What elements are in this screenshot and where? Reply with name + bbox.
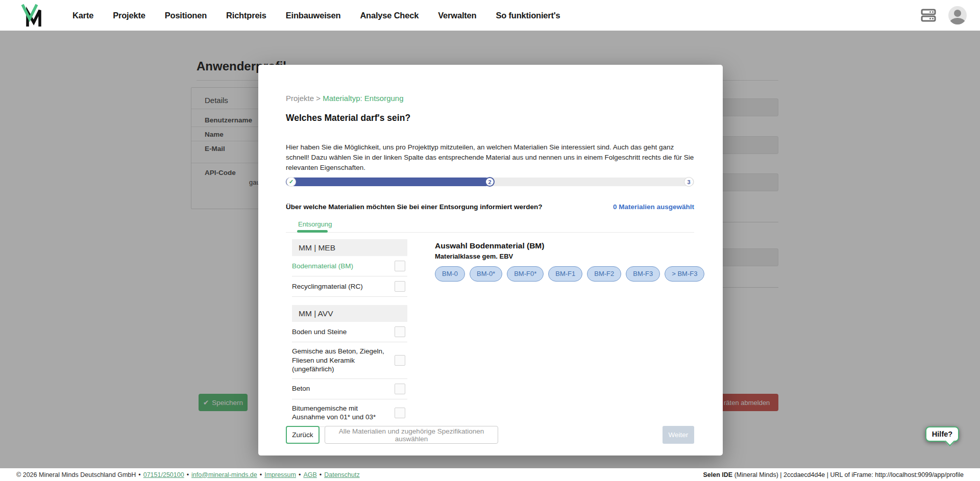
material-checkbox[interactable] <box>395 261 405 271</box>
nav-item-richtpreis[interactable]: Richtpreis <box>226 11 266 20</box>
material-class-chips: BM-0 BM-0* BM-F0* BM-F1 BM-F2 BM-F3 > BM… <box>435 266 695 282</box>
material-row-beton[interactable]: Beton <box>292 379 407 399</box>
modal-description: Hier haben Sie die Möglichkeit, uns pro … <box>286 142 697 173</box>
tab-divider-line <box>286 232 694 233</box>
top-navbar: Karte Projekte Positionen Richtpreis Ein… <box>0 0 980 31</box>
breadcrumb-current: Materialtyp: Entsorgung <box>323 94 403 103</box>
check-icon: ✓ <box>289 179 293 185</box>
material-label: Recyclingmaterial (RC) <box>292 282 395 291</box>
nav-item-analyse-check[interactable]: Analyse Check <box>360 11 419 20</box>
group-header-mm-meb: MM | MEB <box>292 239 407 256</box>
select-all-button[interactable]: Alle Materialien und zugehörige Spezifik… <box>325 426 498 444</box>
progress-fill <box>286 178 490 186</box>
progress-step-2-current: 2 <box>485 177 495 187</box>
nav-item-verwalten[interactable]: Verwalten <box>438 11 476 20</box>
nav-item-einbauweisen[interactable]: Einbauweisen <box>286 11 341 20</box>
material-row-boden-und-steine[interactable]: Boden und Steine <box>292 322 407 342</box>
system-info-ide: Selen IDE <box>703 471 733 478</box>
chip-bm-f2[interactable]: BM-F2 <box>587 266 621 282</box>
selected-count-link[interactable]: 0 Materialien ausgewählt <box>613 203 694 211</box>
progress-step-3: 3 <box>684 177 694 187</box>
footer-link-agb[interactable]: AGB <box>303 471 316 478</box>
progress-step-1-done: ✓ <box>286 177 296 187</box>
tab-entsorgung[interactable]: Entsorgung <box>298 220 332 228</box>
footer-link-phone[interactable]: 07151/250100 <box>143 471 184 478</box>
material-row-gemische[interactable]: Gemische aus Beton, Ziegeln, Fliesen und… <box>292 342 407 379</box>
material-label: Bitumengemische mit Ausnahme von 01* und… <box>292 404 395 422</box>
chip-gt-bm-f3[interactable]: > BM-F3 <box>665 266 704 282</box>
chip-bm-0s[interactable]: BM-0* <box>470 266 502 282</box>
page-footer: © 2026 Mineral Minds Deutschland GmbH • … <box>0 468 980 481</box>
material-checkbox[interactable] <box>395 384 405 394</box>
modal-title: Welches Material darf's sein? <box>286 113 410 123</box>
nav-item-positionen[interactable]: Positionen <box>165 11 207 20</box>
nav-item-karte[interactable]: Karte <box>72 11 93 20</box>
material-row-bodenmaterial[interactable]: Bodenmaterial (BM) <box>292 256 407 276</box>
material-checkbox[interactable] <box>395 355 405 366</box>
footer-link-impressum[interactable]: Impressum <box>264 471 296 478</box>
nav-item-so-funktionierts[interactable]: So funktioniert's <box>496 11 560 20</box>
navbar-right <box>921 6 967 24</box>
user-avatar[interactable] <box>948 6 967 24</box>
selection-panel-title: Auswahl Bodenmaterial (BM) <box>435 241 695 250</box>
help-button[interactable]: Hilfe? <box>925 426 959 442</box>
material-row-recyclingmaterial[interactable]: Recyclingmaterial (RC) <box>292 276 407 297</box>
group-header-mm-avv: MM | AVV <box>292 305 407 322</box>
next-button-disabled[interactable]: Weiter <box>663 426 694 444</box>
system-info-rest: (Mineral Minds) | 2ccdaecd4d4e | URL of … <box>732 471 964 478</box>
material-label: Bodenmaterial (BM) <box>292 262 395 271</box>
copyright-text: © 2026 Mineral Minds Deutschland GmbH <box>16 471 136 478</box>
back-button[interactable]: Zurück <box>286 426 320 444</box>
material-checkbox[interactable] <box>395 408 405 418</box>
material-checkbox[interactable] <box>395 326 405 337</box>
footer-left: © 2026 Mineral Minds Deutschland GmbH • … <box>16 471 360 478</box>
chip-bm-f3[interactable]: BM-F3 <box>626 266 660 282</box>
chip-bm-0[interactable]: BM-0 <box>435 266 465 282</box>
footer-link-datenschutz[interactable]: Datenschutz <box>324 471 359 478</box>
breadcrumb-separator: > <box>314 94 323 103</box>
tab-active-indicator <box>297 230 328 233</box>
material-list: MM | MEB Bodenmaterial (BM) Recyclingmat… <box>292 239 407 427</box>
chip-bm-f0s[interactable]: BM-F0* <box>507 266 544 282</box>
material-label: Gemische aus Beton, Ziegeln, Fliesen und… <box>292 347 395 374</box>
footer-system-info: Selen IDE (Mineral Minds) | 2ccdaecd4d4e… <box>703 471 964 478</box>
material-row-bitumengemische[interactable]: Bitumengemische mit Ausnahme von 01* und… <box>292 399 407 427</box>
selection-panel-subtitle: Materialklasse gem. EBV <box>435 252 695 260</box>
footer-link-email[interactable]: info@mineral-minds.de <box>191 471 257 478</box>
mineral-minds-logo-icon[interactable] <box>20 3 44 28</box>
breadcrumb-projekte[interactable]: Projekte <box>286 94 314 103</box>
material-selection-modal: Projekte > Materialtyp: Entsorgung Welch… <box>258 65 723 455</box>
server-icon[interactable] <box>921 8 936 22</box>
material-checkbox[interactable] <box>395 281 405 292</box>
nav-menu: Karte Projekte Positionen Richtpreis Ein… <box>72 11 560 20</box>
material-label: Boden und Steine <box>292 327 395 337</box>
progress-bar: ✓ 2 3 <box>286 178 694 186</box>
material-label: Beton <box>292 384 395 393</box>
breadcrumb: Projekte > Materialtyp: Entsorgung <box>286 94 404 103</box>
modal-question: Über welche Materialien möchten Sie bei … <box>286 203 543 211</box>
selection-panel: Auswahl Bodenmaterial (BM) Materialklass… <box>435 241 695 282</box>
chip-bm-f1[interactable]: BM-F1 <box>548 266 582 282</box>
nav-item-projekte[interactable]: Projekte <box>113 11 145 20</box>
